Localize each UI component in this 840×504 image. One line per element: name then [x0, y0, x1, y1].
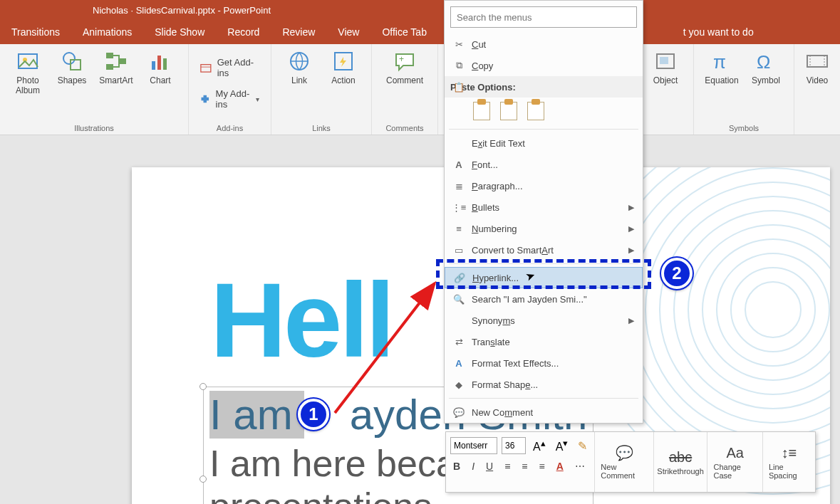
menu-search-input[interactable] [450, 6, 637, 28]
get-addins-button[interactable]: Get Add-ins [196, 54, 264, 81]
tab-review[interactable]: Review [271, 26, 326, 38]
slide-title[interactable]: Hell [210, 260, 392, 381]
font-name-input[interactable] [450, 437, 497, 454]
svg-rect-9 [163, 58, 167, 70]
menu-font[interactable]: A Font... [445, 154, 643, 175]
photo-album-button[interactable]: Photo Album [7, 48, 48, 97]
tab-officetab[interactable]: Office Tab [370, 26, 438, 38]
bold-button[interactable]: B [450, 459, 463, 473]
action-button[interactable]: Action [323, 48, 364, 87]
menu-search-web[interactable]: 🔍 Search "I am Jayden Smi..." [445, 288, 643, 310]
align-center-button[interactable]: ≡ [519, 459, 530, 473]
paste-keep-source-icon[interactable] [473, 102, 490, 120]
menu-format-shape[interactable]: ◆ Format Shape... [445, 374, 643, 395]
format-shape-icon: ◆ [450, 379, 467, 390]
separator [449, 129, 638, 130]
link-icon [288, 50, 311, 73]
change-case-icon: Aa [726, 445, 743, 461]
menu-numbering[interactable]: ≡ Numbering ▶ [445, 218, 643, 239]
ribbon: Photo Album Shapes SmartArt Chart Illust… [0, 44, 840, 135]
format-painter-button[interactable]: ✎ [575, 438, 590, 454]
svg-rect-5 [106, 64, 113, 70]
group-comments: + Comment Comments [372, 44, 438, 135]
title-bar: Nicholas · SlidesCarnival.pptx - PowerPo… [0, 0, 840, 20]
font-icon: A [450, 159, 467, 170]
shapes-icon [61, 50, 83, 73]
bullets-icon: ⋮≡ [450, 202, 467, 213]
hyperlink-icon: 🔗 [451, 273, 468, 283]
menu-exit-edit[interactable]: Exit Edit Text [445, 132, 643, 154]
annotation-badge-1: 1 [298, 399, 329, 430]
group-label-addins: Add-ins [196, 124, 264, 135]
chart-button[interactable]: Chart [140, 48, 181, 87]
svg-rect-7 [152, 61, 155, 70]
equation-button[interactable]: π Equation [701, 48, 742, 87]
symbol-button[interactable]: Ω Symbol [745, 48, 787, 87]
smartart-button[interactable]: SmartArt [95, 48, 137, 87]
group-symbols: π Equation Ω Symbol Symbols [694, 44, 794, 135]
paste-option-icons [445, 98, 643, 126]
tab-record[interactable]: Record [216, 26, 271, 38]
increase-font-button[interactable]: A▴ [530, 436, 549, 455]
smartart-icon [105, 50, 128, 73]
menu-translate[interactable]: ⇄ Translate [445, 331, 643, 352]
shapes-button[interactable]: Shapes [51, 48, 93, 87]
tab-slideshow[interactable]: Slide Show [143, 26, 216, 38]
menu-cut[interactable]: ✂ Cut [445, 33, 643, 55]
menu-hyperlink[interactable]: 🔗 Hyperlink... [445, 267, 643, 288]
separator [449, 263, 638, 264]
paste-text-only-icon[interactable] [527, 102, 544, 120]
menu-convert-smartart[interactable]: ▭ Convert to SmartArt ▶ [445, 239, 643, 261]
mini-change-case-button[interactable]: Aa Change Case [707, 432, 762, 492]
group-media: Video [794, 44, 840, 135]
group-illustrations: Photo Album Shapes SmartArt Chart Illust… [0, 44, 189, 135]
link-button[interactable]: Link [279, 48, 320, 87]
menu-copy[interactable]: ⧉ Copy [445, 55, 643, 76]
font-size-input[interactable] [502, 437, 526, 454]
action-icon [332, 50, 355, 73]
underline-button[interactable]: U [483, 459, 496, 473]
separator [449, 398, 638, 399]
comment-button[interactable]: + Comment [379, 48, 430, 87]
context-menu: ✂ Cut ⧉ Copy 📋 Paste Options: Exit Edit … [444, 0, 643, 424]
store-icon [200, 61, 212, 74]
equation-icon: π [710, 50, 733, 73]
group-addins: Get Add-ins My Add-ins ▾ Add-ins [189, 44, 271, 135]
video-icon [806, 50, 829, 73]
tab-view[interactable]: View [326, 26, 370, 38]
italic-button[interactable]: I [469, 459, 477, 473]
mini-new-comment-button[interactable]: 💬 New Comment [594, 432, 653, 492]
my-addins-button[interactable]: My Add-ins ▾ [196, 85, 264, 112]
decrease-font-button[interactable]: A▾ [553, 436, 571, 455]
font-color-button[interactable]: A [554, 459, 566, 473]
menu-paste-options: 📋 Paste Options: [445, 76, 643, 98]
object-button[interactable]: Object [645, 48, 686, 87]
mini-line-spacing-button[interactable]: ↕≡ Line Spacing [762, 432, 815, 492]
svg-rect-17 [660, 57, 668, 64]
menu-synonyms[interactable]: Synonyms ▶ [445, 310, 643, 331]
menu-search [450, 6, 637, 28]
svg-text:Ω: Ω [757, 51, 770, 73]
tab-transitions[interactable]: Transitions [0, 26, 71, 38]
resize-handle[interactable] [199, 383, 207, 390]
menu-new-comment[interactable]: 💬 New Comment [445, 401, 643, 423]
mini-strikethrough-button[interactable]: abc Strikethrough [653, 432, 707, 492]
align-right-button[interactable]: ≡ [536, 459, 547, 473]
paste-merge-icon[interactable] [500, 102, 517, 120]
object-icon [654, 50, 677, 73]
menu-format-text[interactable]: A Format Text Effects... [445, 352, 643, 374]
tell-me[interactable]: t you want to do [672, 26, 765, 38]
resize-handle[interactable] [199, 476, 207, 483]
video-button[interactable]: Video [802, 48, 833, 87]
mini-toolbar: A▴ A▾ ✎ B I U ≡ ≡ ≡ A ⋯ 💬 New Comment ab… [445, 431, 816, 493]
menu-paragraph[interactable]: ≣ Paragraph... [445, 175, 643, 196]
tab-animations[interactable]: Animations [71, 26, 143, 38]
line-spacing-icon: ↕≡ [782, 445, 797, 461]
menu-bullets[interactable]: ⋮≡ Bullets ▶ [445, 196, 643, 218]
group-label-illustrations: Illustrations [7, 124, 181, 135]
submenu-arrow-icon: ▶ [628, 203, 634, 212]
document-title: Nicholas · SlidesCarnival.pptx - PowerPo… [93, 5, 271, 16]
group-label-comments: Comments [379, 124, 430, 135]
more-button[interactable]: ⋯ [572, 459, 588, 473]
align-left-button[interactable]: ≡ [502, 459, 513, 473]
